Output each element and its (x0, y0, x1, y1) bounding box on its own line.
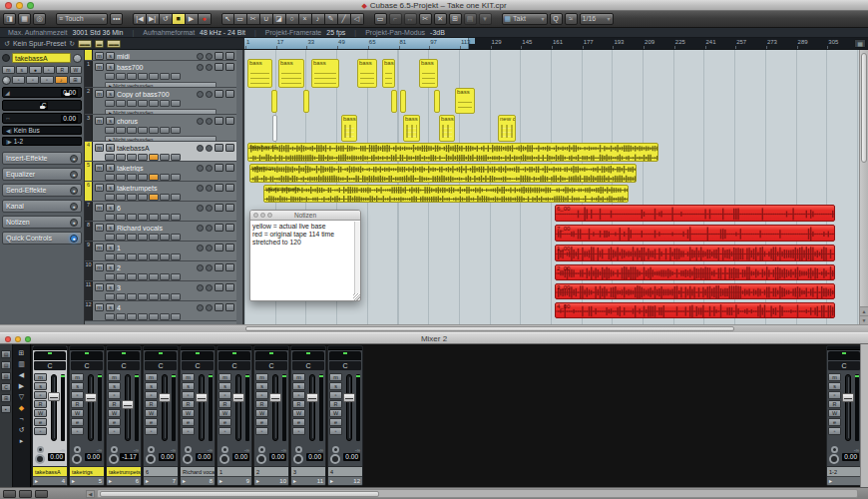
channel-name[interactable]: 1-2 (827, 466, 861, 476)
timebase-button[interactable] (160, 73, 170, 80)
track-preset-label[interactable]: Kein Spur-Preset (13, 40, 66, 47)
mixer-tool-icon-4[interactable]: ▽ (19, 393, 24, 400)
bypass-inserts-button[interactable]: ◦ (108, 427, 121, 435)
channel-fader[interactable] (48, 372, 66, 443)
timebase-button[interactable] (160, 174, 170, 181)
midi-clip[interactable]: bass (455, 88, 475, 114)
write-automation-button[interactable]: W (71, 409, 84, 417)
track-height-icon[interactable]: ▬▬ (78, 40, 92, 48)
erase-tool[interactable]: ◪ (273, 13, 286, 25)
track-mute-button[interactable]: m (95, 184, 104, 192)
monitor-knob[interactable] (148, 446, 155, 453)
edit-channel-button[interactable]: e (292, 418, 305, 426)
read-automation-button[interactable]: R (828, 400, 841, 408)
fader-handle[interactable] (122, 400, 134, 409)
inspector-option-button-2[interactable]: ▫ (40, 76, 53, 84)
musical-mode-button[interactable] (149, 214, 159, 221)
bypass-inserts-button[interactable]: ◦ (329, 427, 342, 435)
notes-scrollbar[interactable] (354, 222, 360, 300)
inspector-button-3[interactable]: ▫ (43, 66, 56, 74)
edit-channel-button[interactable]: e (34, 418, 47, 426)
track-name[interactable]: takebassA (117, 145, 195, 152)
freeze-button[interactable] (138, 273, 148, 280)
track-color-tab[interactable]: 2 (85, 88, 93, 114)
write-automation-button[interactable] (225, 244, 234, 251)
write-automation-button[interactable]: W (182, 409, 195, 417)
midi-clip[interactable] (400, 90, 406, 113)
channel-fader[interactable] (269, 372, 287, 443)
track-color-tab[interactable] (85, 50, 93, 60)
musical-mode-button[interactable] (149, 154, 159, 161)
setup-toolbar-icon[interactable]: ▦ (18, 13, 31, 25)
cycle-button[interactable]: ↺ (160, 13, 173, 25)
edit-channel-button[interactable]: e (218, 418, 231, 426)
record-enable-button[interactable] (197, 284, 204, 291)
mixer-tool-icon-2[interactable]: ◀ (19, 371, 24, 378)
read-automation-button[interactable] (215, 283, 223, 291)
mixer-channel-taketrigs[interactable]: Cms▫RWe◦-∞0.00taketrigs▸5 (69, 345, 105, 486)
lock-button[interactable] (116, 234, 126, 241)
musical-mode-button[interactable] (149, 234, 159, 241)
volume-slider[interactable]: ◢ 0.00 (2, 87, 82, 98)
pan-control[interactable]: C (71, 361, 103, 370)
volume-handle[interactable] (65, 93, 70, 96)
arrange-vscrollbar[interactable]: ▲ ▼ (859, 50, 868, 324)
midi-clip[interactable] (271, 90, 277, 113)
write-automation-button[interactable]: W (329, 409, 342, 417)
input-gain-knob[interactable] (2, 76, 11, 85)
swing-icon[interactable]: ≈ (565, 13, 578, 25)
track-solo-button[interactable]: s (106, 52, 115, 60)
track-row-copy-of-bass700[interactable]: 2msCopy of bass700▸ Nicht verbunden (85, 88, 236, 115)
timebase-button[interactable] (160, 154, 170, 161)
automation-mode-dropdown[interactable]: ≡ Touch▾ (56, 13, 108, 25)
mute-button[interactable]: m (255, 373, 268, 381)
solo-button[interactable]: s (71, 382, 84, 390)
solo-button[interactable]: s (255, 382, 268, 390)
track-row-4[interactable]: 12ms4 (85, 301, 236, 321)
track-solo-button[interactable]: s (106, 204, 115, 212)
track-color-tab[interactable]: 10 (85, 261, 93, 280)
listen-button[interactable]: ▫ (218, 391, 231, 399)
bypass-inserts-button[interactable]: ◦ (828, 427, 841, 435)
track-color-tab[interactable]: 4 (85, 142, 93, 161)
mixer-channel-takebassa[interactable]: Cms▫RWe◦-∞0.00takebassA▸4 (32, 345, 68, 486)
lane-button[interactable] (127, 194, 137, 201)
track-view-icon[interactable]: ▬▬ (107, 40, 121, 48)
track-color-tab[interactable]: 7 (85, 202, 93, 221)
monitor-knob[interactable] (74, 446, 81, 453)
monitor-button[interactable] (206, 165, 213, 172)
monitor-knob[interactable] (831, 446, 838, 453)
arrange-hscrollbar[interactable] (0, 324, 868, 332)
monitor-knob[interactable] (295, 446, 302, 453)
write-automation-button[interactable] (225, 90, 234, 98)
options-button[interactable] (171, 253, 181, 260)
lock-button[interactable] (116, 100, 126, 107)
track-solo-button[interactable]: s (106, 224, 115, 232)
monitor-button[interactable] (206, 91, 213, 98)
monitor-knob[interactable] (258, 446, 265, 453)
mixer-hscrollbar[interactable] (97, 489, 858, 498)
channel-fader[interactable] (159, 372, 177, 443)
track-mute-button[interactable]: m (95, 144, 104, 152)
track-color-tab[interactable]: 12 (85, 301, 93, 320)
freeze-button[interactable] (138, 253, 148, 260)
track-name[interactable]: 2 (117, 264, 195, 271)
freeze-button[interactable] (138, 100, 148, 107)
midi-clip[interactable]: bass (278, 59, 304, 88)
fader-handle[interactable] (842, 393, 854, 402)
mixer-view-button-3[interactable] (35, 490, 48, 498)
channel-fader[interactable] (85, 372, 103, 443)
monitor-button[interactable] (206, 205, 213, 212)
monitor-knob[interactable] (221, 446, 228, 453)
channel-fader[interactable] (343, 372, 361, 443)
preset-refresh-icon[interactable]: ↺ (4, 40, 10, 48)
record-button[interactable]: ● (199, 13, 212, 25)
fader-handle[interactable] (159, 393, 171, 402)
crossfade-icon[interactable]: ✂ (419, 13, 432, 25)
hscroll-thumb[interactable] (245, 326, 734, 331)
edit-channel-button[interactable] (105, 234, 115, 241)
freeze-button[interactable] (138, 313, 148, 320)
lane-button[interactable] (127, 253, 137, 260)
bypass-inserts-button[interactable]: ◦ (255, 427, 268, 435)
write-automation-button[interactable] (225, 52, 234, 60)
